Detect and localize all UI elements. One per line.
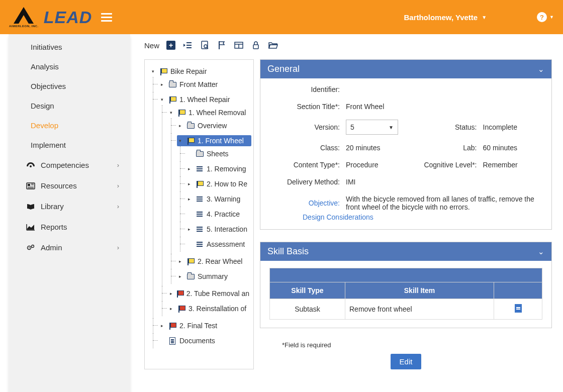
sidebar-item-objectives[interactable]: Objectives	[9, 76, 130, 96]
tree-node-rear-wheel[interactable]: ▸2. Rear Wheel	[177, 256, 251, 267]
svg-point-9	[29, 247, 30, 248]
expander-icon[interactable]: ▾	[170, 110, 174, 115]
tree-node-tube-removal[interactable]: ▸2. Tube Removal an	[168, 288, 251, 299]
tree-node-wheel-removal[interactable]: ▾1. Wheel Removal	[168, 107, 251, 118]
sidebar-section-library[interactable]: Library ›	[9, 196, 130, 217]
class-value: 20 minutes	[346, 144, 406, 152]
page-icon	[196, 226, 204, 233]
toolbar: New +	[144, 40, 552, 50]
sidebar-item-initiatives[interactable]: Initiatives	[9, 37, 130, 57]
grid-icon[interactable]	[234, 40, 244, 50]
folder-open-icon[interactable]	[268, 40, 278, 50]
sidebar-item-implement[interactable]: Implement	[9, 135, 130, 155]
expander-icon[interactable]: ▸	[179, 123, 183, 128]
chart-icon	[26, 224, 36, 231]
tree-node-howto[interactable]: ▸2. How to Re	[186, 178, 251, 189]
objective-label[interactable]: Objective:	[269, 199, 340, 207]
expander-icon[interactable]: ▾	[161, 97, 165, 102]
menu-toggle-icon[interactable]	[101, 11, 112, 24]
tree-node-assessment[interactable]: Assessment	[186, 239, 251, 250]
content-type-value: Procedure	[346, 161, 406, 169]
book-icon	[26, 203, 36, 210]
tree-node-documents[interactable]: Documents	[159, 335, 251, 346]
chevron-right-icon: ›	[117, 182, 119, 189]
tree-node-reinstall[interactable]: ▸3. Reinstallation of	[168, 303, 251, 314]
tree-node-practice[interactable]: 4. Practice	[186, 209, 251, 220]
skill-item-header: Skill Item	[345, 282, 494, 299]
expander-icon[interactable]: ▸	[170, 306, 174, 311]
section-title-label: Section Title*:	[269, 103, 340, 111]
chevron-right-icon: ›	[117, 161, 119, 169]
tree-node-sheets[interactable]: Sheets	[186, 148, 251, 159]
svg-marker-0	[14, 7, 34, 24]
expander-icon[interactable]: ▸	[188, 227, 193, 232]
svg-rect-21	[253, 45, 258, 49]
new-label: New	[144, 41, 159, 50]
expander-icon[interactable]: ▾	[152, 69, 156, 74]
status-value: Incomplete	[483, 123, 543, 131]
expander-icon[interactable]: ▸	[188, 181, 193, 186]
tree-node-wheel-repair[interactable]: ▾1. Wheel Repair	[159, 94, 251, 105]
sidebar-section-competencies[interactable]: Competencies ›	[9, 155, 130, 175]
table-toolbar	[270, 268, 542, 282]
skill-type-cell: Subtask	[270, 299, 345, 320]
gears-icon	[26, 244, 36, 251]
folder-icon	[196, 151, 204, 157]
collapse-icon[interactable]: ⌄	[538, 65, 544, 74]
brand-logo: LEAD	[44, 8, 92, 27]
tree-node-overview[interactable]: ▸Overview	[177, 120, 251, 131]
company-name-small: AIMERLEON, INC.	[9, 25, 39, 28]
sidebar-section-resources[interactable]: Resources ›	[9, 175, 130, 196]
design-considerations-link[interactable]: Design Considerations	[303, 213, 373, 221]
version-select[interactable]: 5▼	[346, 120, 398, 135]
flag-icon[interactable]	[217, 40, 227, 50]
collapse-icon[interactable]: ⌄	[538, 247, 544, 256]
expander-icon[interactable]: ▸	[179, 259, 183, 264]
sidebar-section-reports[interactable]: Reports	[9, 217, 130, 237]
lab-value: 60 minutes	[483, 144, 543, 152]
expander-icon[interactable]: ▸	[188, 197, 193, 202]
help-menu[interactable]: ? ▼	[537, 12, 554, 22]
flag-red-icon	[178, 306, 185, 312]
class-label: Class:	[269, 144, 340, 152]
tree-node-summary[interactable]: ▸Summary	[177, 271, 251, 282]
document-icon	[169, 337, 175, 345]
triangle-down-icon: ▼	[389, 125, 394, 130]
top-bar: AIMERLEON, INC. LEAD Bartholomew, Yvette…	[0, 0, 563, 34]
skill-doc-button[interactable]	[515, 304, 522, 313]
skill-row: Subtask Remove front wheel	[270, 299, 542, 320]
tree-node-front-wheel[interactable]: ▾1. Front Wheel	[177, 135, 251, 146]
tree-node-removing[interactable]: ▸1. Removing	[186, 163, 251, 174]
edit-button[interactable]: Edit	[391, 354, 422, 369]
tree-node-warning[interactable]: ▸3. Warning	[186, 193, 251, 205]
new-button[interactable]: +	[166, 41, 175, 50]
lock-icon[interactable]	[251, 40, 261, 50]
expander-icon[interactable]: ▸	[161, 82, 165, 87]
page-icon	[196, 165, 204, 172]
sidebar-section-admin[interactable]: Admin ›	[9, 237, 130, 258]
sidebar-item-develop[interactable]: Develop	[9, 116, 130, 135]
expander-icon[interactable]: ▸	[161, 323, 165, 328]
required-note: *Field is required	[282, 341, 552, 349]
tree-node-root[interactable]: ▾Bike Repair	[150, 66, 251, 77]
delivery-value: IMI	[346, 178, 406, 186]
sidebar-item-design[interactable]: Design	[9, 96, 130, 116]
user-menu[interactable]: Bartholomew, Yvette ▼	[404, 13, 487, 22]
sidebar-item-analysis[interactable]: Analysis	[9, 57, 130, 76]
tree-node-interaction[interactable]: ▸5. Interaction	[186, 224, 251, 235]
expander-icon[interactable]: ▾	[179, 138, 183, 143]
flag-yellow-icon	[178, 110, 185, 116]
main-content: New + ▾Bike Repair ▸Front Matter ▾1. Whe…	[130, 34, 563, 392]
expander-icon[interactable]: ▸	[170, 291, 173, 296]
expander-icon[interactable]: ▸	[188, 166, 193, 171]
preview-icon[interactable]	[200, 40, 210, 50]
tree-node-front-matter[interactable]: ▸Front Matter	[159, 79, 251, 90]
expander-icon[interactable]: ▸	[179, 274, 183, 279]
outdent-icon[interactable]	[182, 40, 193, 50]
caret-down-icon: ▼	[549, 15, 554, 20]
detail-pane: General ⌄ Identifier: Section Title*: Fr…	[260, 59, 552, 369]
company-logo: AIMERLEON, INC.	[9, 7, 39, 28]
skill-table: Skill Type Skill Item Subtask Remove fro…	[269, 268, 542, 320]
tree-node-final-test[interactable]: ▸2. Final Test	[159, 320, 251, 331]
news-icon	[26, 182, 36, 189]
